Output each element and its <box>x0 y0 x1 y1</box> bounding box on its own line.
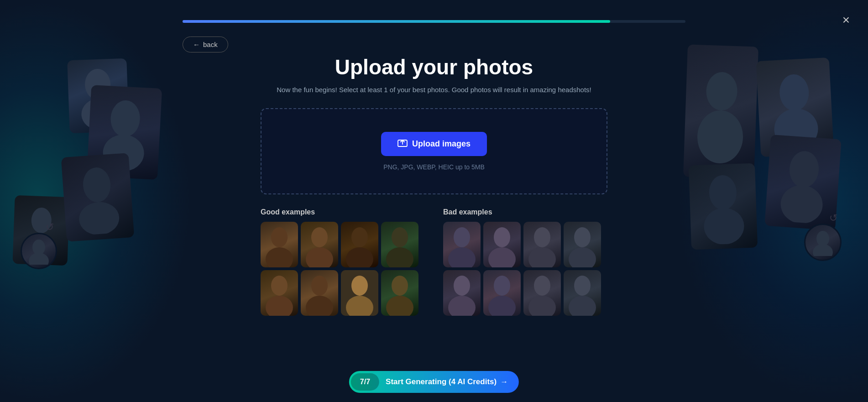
bad-photo-5 <box>443 270 481 316</box>
progress-bar-container <box>183 20 685 23</box>
good-examples-group: Good examples <box>261 208 425 316</box>
progress-bar-fill <box>183 20 610 23</box>
svg-point-22 <box>271 227 288 247</box>
svg-point-51 <box>534 276 550 296</box>
svg-point-32 <box>311 276 328 296</box>
svg-point-4 <box>110 99 141 137</box>
bad-examples-row2 <box>443 270 607 316</box>
svg-point-41 <box>494 227 510 247</box>
svg-point-33 <box>306 296 333 316</box>
good-photo-6 <box>301 270 338 316</box>
svg-point-44 <box>528 247 556 267</box>
svg-point-37 <box>392 276 408 296</box>
bad-examples-grid <box>443 222 607 267</box>
cta-count: 7/7 <box>351 373 379 391</box>
close-button[interactable]: × <box>842 14 850 26</box>
bad-photo-2 <box>483 222 521 267</box>
bad-photo-8 <box>564 270 601 316</box>
svg-point-15 <box>703 207 745 245</box>
bad-photo-1 <box>443 222 481 267</box>
svg-point-54 <box>569 296 596 316</box>
svg-point-46 <box>569 247 596 267</box>
svg-point-50 <box>488 296 516 316</box>
page-subtitle: Now the fun begins! Select at least 1 of… <box>277 85 591 95</box>
svg-point-38 <box>386 296 413 316</box>
upload-images-button[interactable]: Upload images <box>381 132 487 156</box>
svg-point-12 <box>779 73 810 111</box>
svg-point-8 <box>32 240 45 255</box>
upload-button-label: Upload images <box>412 139 471 149</box>
upload-hint: PNG, JPG, WEBP, HEIC up to 5MB <box>383 163 484 171</box>
svg-point-39 <box>454 227 470 247</box>
good-photo-7 <box>341 270 378 316</box>
svg-point-17 <box>779 183 824 224</box>
bad-examples-group: Bad examples <box>443 208 607 316</box>
upload-dropzone[interactable]: Upload images PNG, JPG, WEBP, HEIC up to… <box>261 108 607 194</box>
bad-photo-6 <box>483 270 521 316</box>
svg-point-42 <box>488 247 516 267</box>
bad-photo-4 <box>564 222 601 267</box>
svg-point-53 <box>574 276 591 296</box>
svg-point-26 <box>351 227 368 247</box>
bad-photo-3 <box>523 222 561 267</box>
svg-point-16 <box>788 150 820 188</box>
svg-point-28 <box>392 227 408 247</box>
good-examples-grid <box>261 222 425 267</box>
svg-point-43 <box>534 227 550 247</box>
svg-point-52 <box>528 296 556 316</box>
svg-point-25 <box>306 247 333 267</box>
good-photo-2 <box>301 222 338 267</box>
svg-point-48 <box>448 296 476 316</box>
right-photo-1 <box>683 44 758 179</box>
right-arrow-deco: ↺ <box>829 212 837 224</box>
svg-point-19 <box>813 244 833 256</box>
left-photo-circle <box>21 233 57 269</box>
svg-point-23 <box>266 247 293 267</box>
svg-point-29 <box>386 247 413 267</box>
svg-point-40 <box>448 247 476 267</box>
right-collage: ↺ <box>685 46 854 319</box>
svg-point-27 <box>346 247 373 267</box>
good-photo-5 <box>261 270 298 316</box>
back-button[interactable]: ← back <box>183 37 228 52</box>
good-examples-row2 <box>261 270 425 316</box>
svg-point-24 <box>311 227 328 247</box>
bad-photo-7 <box>523 270 561 316</box>
svg-point-6 <box>82 167 111 203</box>
svg-point-45 <box>574 227 591 247</box>
svg-point-14 <box>709 175 737 210</box>
right-photo-4 <box>689 163 758 250</box>
good-photo-4 <box>381 222 418 267</box>
good-photo-3 <box>341 222 378 267</box>
svg-point-9 <box>29 253 49 265</box>
upload-icon <box>397 138 408 150</box>
svg-point-49 <box>494 276 510 296</box>
good-examples-label: Good examples <box>261 208 425 216</box>
svg-point-18 <box>816 231 829 246</box>
cta-arrow-icon: → <box>500 377 508 386</box>
start-generating-button[interactable]: 7/7 Start Generating (4 AI Credits) → <box>349 371 519 393</box>
bad-examples-label: Bad examples <box>443 208 607 216</box>
good-photo-1 <box>261 222 298 267</box>
page-title: Upload your photos <box>335 55 533 79</box>
svg-point-7 <box>78 200 120 235</box>
svg-point-10 <box>706 72 738 111</box>
left-arrow-deco: ↺ <box>46 221 54 233</box>
back-arrow-icon: ← <box>193 41 200 48</box>
left-photo-3 <box>61 153 135 242</box>
svg-point-35 <box>351 276 368 296</box>
back-label: back <box>203 41 218 48</box>
cta-label: Start Generating (4 AI Credits) → <box>379 373 517 391</box>
good-photo-8 <box>381 270 418 316</box>
svg-point-11 <box>696 110 744 164</box>
left-collage: ↺ <box>14 59 169 324</box>
svg-point-47 <box>454 276 470 296</box>
svg-point-31 <box>266 296 293 316</box>
right-photo-circle <box>804 224 842 261</box>
examples-section: Good examples <box>261 208 607 316</box>
center-content: Upload your photos Now the fun begins! S… <box>251 37 617 316</box>
svg-point-30 <box>271 276 288 296</box>
